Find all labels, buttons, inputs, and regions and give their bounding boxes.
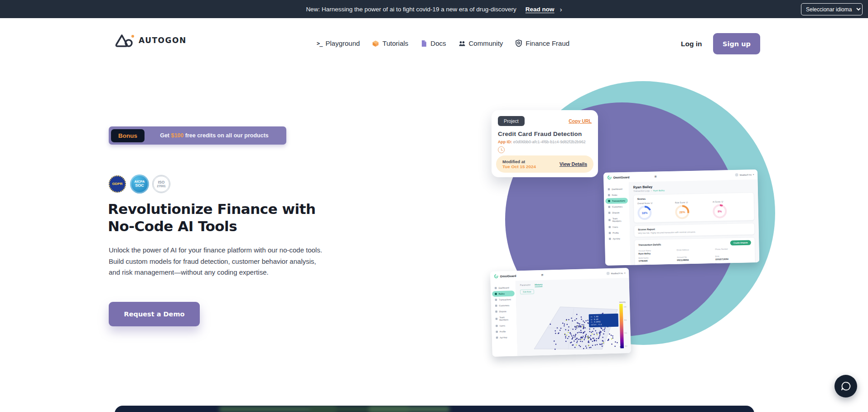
document-icon: [420, 40, 427, 47]
colorbar-tick: 0.2: [625, 345, 627, 347]
info-icon: ⓘ: [721, 200, 723, 203]
tabs: Parameter History: [520, 281, 625, 287]
detail-field: Bank Name GTBANK: [638, 256, 675, 262]
omniguard-name: OmniGuard: [500, 274, 516, 278]
modified-panel: Modified at Tue Oct 15 2024 View Details: [496, 155, 593, 173]
sidebar-item-label: Customers: [499, 304, 509, 307]
sidebar-item-label: Rules: [612, 194, 617, 196]
request-demo-button[interactable]: Request a Demo: [109, 302, 200, 326]
sidebar-item-icon: [608, 206, 611, 208]
sidebar-item-icon: [609, 238, 611, 240]
detail-value: Ryan Bailey: [638, 252, 675, 255]
language-selector[interactable]: Seleccionar idioma: [801, 3, 863, 15]
modified-label: Modified at: [502, 159, 536, 164]
brand-logo[interactable]: AUTOGON: [113, 33, 187, 48]
chevron-down-icon: ▾: [624, 272, 625, 274]
details-grid: Account Name Ryan Bailey Email Address P…: [638, 247, 752, 265]
rule-score-donut: 28%: [675, 205, 690, 219]
detail-value: 22035719054: [715, 257, 752, 261]
detail-value: [677, 251, 713, 254]
signup-button[interactable]: Sign up: [713, 33, 760, 54]
login-link[interactable]: Log in: [681, 40, 702, 48]
info-icon: ⓘ: [651, 202, 652, 204]
bonus-text: Get $100 free credits on all our product…: [145, 132, 284, 139]
gdpr-badge: GDPR: [109, 175, 126, 193]
sidebar-item-label: Transactions: [612, 199, 625, 202]
sidebar-item: Dashboard: [492, 285, 515, 291]
sidebar-item-icon: [495, 299, 497, 301]
ai-score-donut: 8%: [713, 204, 727, 218]
project-card-mockup: Project Copy URL Credit Card Fraud Detec…: [492, 110, 598, 177]
sidebar-item-icon: [608, 194, 610, 196]
dashboard-sidebar: Dashboard Rules Transactions Cus: [603, 182, 631, 266]
sidebar-item: Transactions: [605, 198, 628, 204]
shield-gear-icon: [515, 39, 522, 47]
sidebar-item: Profile: [493, 329, 516, 335]
nav-item-tutorials[interactable]: Tutorials: [372, 39, 408, 47]
scores-title: Scores: [637, 195, 750, 200]
scores-report-card: Scores Report Very low risk. Highly secu…: [634, 223, 754, 237]
create-dispute-button: Create Dispute: [730, 240, 751, 246]
bonus-badge: Bonus: [111, 129, 145, 142]
overall-score-donut: 18%: [637, 206, 652, 220]
detail-value: 0021146854: [677, 258, 713, 261]
sidebar-item-icon: [495, 310, 497, 313]
user-menu: Maabech Iro ▾: [735, 173, 754, 177]
hamburger-icon: ≡: [654, 174, 656, 179]
sidebar-item-label: Dashboard: [612, 188, 622, 190]
nav-item-community[interactable]: Community: [458, 39, 503, 47]
user-menu: Maabech Iro ▾: [607, 271, 626, 275]
sidebar-item: Customers: [492, 302, 515, 309]
sidebar-item: Profile: [606, 230, 629, 236]
nav-item-finance-fraud[interactable]: Finance Fraud: [515, 39, 569, 47]
avatar: [735, 173, 738, 176]
avatar: [607, 272, 610, 275]
sidebar-item-icon: [495, 305, 497, 307]
omniguard-logo-icon: [607, 175, 612, 180]
hamburger-icon: ≡: [541, 273, 543, 277]
nav-item-docs[interactable]: Docs: [420, 39, 446, 47]
breadcrumb-item: Transaction Logs: [633, 189, 650, 192]
sidebar-item-icon: [608, 219, 611, 221]
badge-label: ISO: [158, 180, 165, 184]
bonus-banner: Bonus Get $100 free credits on all our p…: [109, 126, 286, 145]
sidebar-item-label: Customers: [612, 205, 622, 208]
nav-item-playground[interactable]: >_ Playground: [317, 39, 360, 47]
foliage-decoration: [368, 407, 450, 412]
score-overall: Overall Scoreⓘ 18%: [637, 201, 675, 220]
detail-value: [715, 250, 751, 253]
sidebar-item-icon: [495, 287, 497, 289]
sidebar-item-label: Team Members: [612, 217, 626, 223]
sidebar-item-label: Dashboard: [498, 286, 509, 289]
chevron-down-icon: ▾: [753, 174, 754, 176]
sidebar-item-label: Profile: [612, 232, 619, 234]
landing-page: New: Harnessing the power of ai to fight…: [0, 0, 868, 412]
sidebar-item-icon: [496, 331, 498, 333]
detail-value: GTBANK: [639, 259, 675, 262]
sidebar-item-label: Dispute: [612, 211, 619, 214]
sidebar-item-icon: [609, 232, 611, 234]
chat-bubble-icon: [839, 380, 852, 393]
sidebar-item: Rules: [605, 192, 628, 198]
clock-icon: [498, 146, 505, 153]
colorbar-tick: 0.4: [625, 332, 627, 334]
project-title: Credit Card Fraud Detection: [498, 131, 592, 137]
copy-url-link: Copy URL: [569, 118, 592, 124]
tab-history: History: [535, 283, 542, 287]
next-section-edge: [115, 406, 754, 412]
colorbar-tick: 0.8: [624, 306, 626, 308]
sidebar-item: Users: [493, 323, 516, 329]
sidebar-item-icon: [608, 212, 611, 214]
sidebar-item: Api Key: [606, 236, 629, 242]
colorbar: Intensity 0.80.60.40.2: [619, 301, 627, 348]
modified-date: Tue Oct 15 2024: [502, 164, 536, 169]
sidebar-item: Users: [606, 224, 628, 230]
badge-label: 27001: [157, 184, 165, 188]
chat-widget-button[interactable]: [834, 375, 857, 397]
nav-item-label: Playground: [325, 39, 360, 47]
sidebar-item: Dashboard: [605, 186, 628, 192]
project-badge: Project: [498, 116, 525, 126]
page-title: Revolutionize Finance with No-Code AI To…: [108, 200, 352, 235]
read-now-link[interactable]: Read now: [526, 6, 555, 13]
omniguard-logo: OmniGuard: [494, 273, 516, 278]
